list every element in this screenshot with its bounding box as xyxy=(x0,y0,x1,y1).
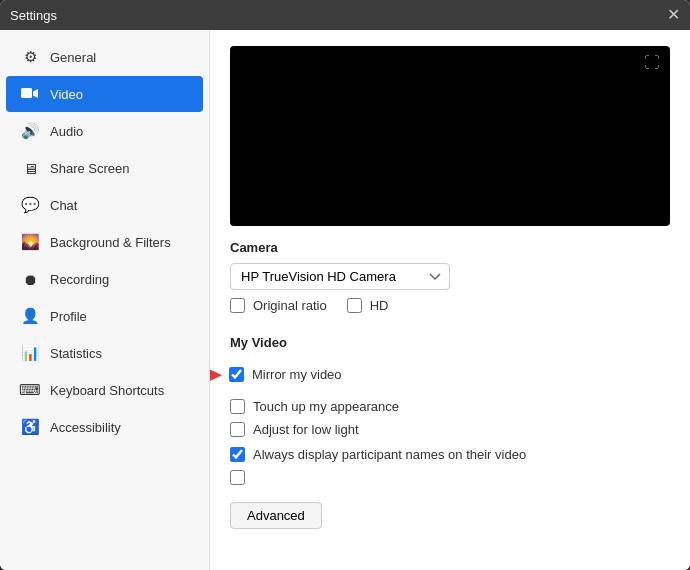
video-icon xyxy=(20,84,40,104)
sidebar-item-keyboard-shortcuts[interactable]: ⌨ Keyboard Shortcuts xyxy=(6,372,203,408)
mirror-my-video-checkbox[interactable] xyxy=(229,367,244,382)
mirror-video-row: ➤ Mirror my video xyxy=(230,358,670,391)
low-light-checkbox[interactable] xyxy=(230,422,245,437)
sidebar-label-share-screen: Share Screen xyxy=(50,161,130,176)
camera-dropdown[interactable]: HP TrueVision HD Camera xyxy=(230,263,450,290)
general-icon: ⚙ xyxy=(20,47,40,67)
low-light-row: Adjust for low light xyxy=(230,422,670,437)
chat-icon: 💬 xyxy=(20,195,40,215)
profile-icon: 👤 xyxy=(20,306,40,326)
sidebar-label-accessibility: Accessibility xyxy=(50,420,121,435)
always-display-label[interactable]: Always display participant names on thei… xyxy=(253,447,526,462)
keyboard-shortcuts-icon: ⌨ xyxy=(20,380,40,400)
statistics-icon: 📊 xyxy=(20,343,40,363)
sidebar: ⚙ General Video 🔊 Audio 🖥 xyxy=(0,30,210,570)
always-display-row: Always display participant names on thei… xyxy=(230,447,670,462)
accessibility-icon: ♿ xyxy=(20,417,40,437)
sidebar-item-accessibility[interactable]: ♿ Accessibility xyxy=(6,409,203,445)
touch-up-label[interactable]: Touch up my appearance xyxy=(253,399,399,414)
touch-up-checkbox[interactable] xyxy=(230,399,245,414)
hd-checkbox[interactable] xyxy=(347,298,362,313)
sidebar-label-background-filters: Background & Filters xyxy=(50,235,171,250)
extra-checkbox-placeholder xyxy=(230,470,670,488)
audio-icon: 🔊 xyxy=(20,121,40,141)
svg-rect-0 xyxy=(21,88,32,98)
sidebar-label-profile: Profile xyxy=(50,309,87,324)
sidebar-item-audio[interactable]: 🔊 Audio xyxy=(6,113,203,149)
fullscreen-icon[interactable]: ⛶ xyxy=(644,54,660,72)
titlebar: Settings ✕ xyxy=(0,0,690,30)
original-ratio-row: Original ratio xyxy=(230,298,327,313)
sidebar-label-audio: Audio xyxy=(50,124,83,139)
low-light-label[interactable]: Adjust for low light xyxy=(253,422,359,437)
main-content: ⛶ Camera HP TrueVision HD Camera Origina… xyxy=(210,30,690,570)
sidebar-item-share-screen[interactable]: 🖥 Share Screen xyxy=(6,150,203,186)
sidebar-item-video[interactable]: Video xyxy=(6,76,203,112)
content-area: ⚙ General Video 🔊 Audio 🖥 xyxy=(0,30,690,570)
titlebar-title: Settings xyxy=(10,8,57,23)
sidebar-label-video: Video xyxy=(50,87,83,102)
sidebar-item-chat[interactable]: 💬 Chat xyxy=(6,187,203,223)
sidebar-item-statistics[interactable]: 📊 Statistics xyxy=(6,335,203,371)
advanced-button[interactable]: Advanced xyxy=(230,502,322,529)
recording-icon: ⏺ xyxy=(20,269,40,289)
touch-up-row: Touch up my appearance xyxy=(230,399,670,414)
hd-label[interactable]: HD xyxy=(370,298,389,313)
always-display-section: Always display participant names on thei… xyxy=(230,447,670,488)
original-ratio-label[interactable]: Original ratio xyxy=(253,298,327,313)
camera-dropdown-row: HP TrueVision HD Camera xyxy=(230,263,670,290)
share-screen-icon: 🖥 xyxy=(20,158,40,178)
mirror-checkbox-row: Mirror my video xyxy=(229,367,342,382)
extra-checkbox[interactable] xyxy=(230,470,245,485)
background-filters-icon: 🌄 xyxy=(20,232,40,252)
sidebar-item-profile[interactable]: 👤 Profile xyxy=(6,298,203,334)
video-preview: ⛶ xyxy=(230,46,670,226)
sidebar-item-general[interactable]: ⚙ General xyxy=(6,39,203,75)
titlebar-label: Settings xyxy=(10,8,57,23)
original-ratio-checkbox[interactable] xyxy=(230,298,245,313)
camera-section-label: Camera xyxy=(230,240,670,255)
sidebar-item-recording[interactable]: ⏺ Recording xyxy=(6,261,203,297)
sidebar-label-general: General xyxy=(50,50,96,65)
sidebar-item-background-filters[interactable]: 🌄 Background & Filters xyxy=(6,224,203,260)
sidebar-label-recording: Recording xyxy=(50,272,109,287)
sidebar-label-keyboard-shortcuts: Keyboard Shortcuts xyxy=(50,383,164,398)
red-arrow-icon: ➤ xyxy=(210,358,223,391)
my-video-section: My Video ➤ Mirror my video Touch up my a… xyxy=(230,335,670,437)
mirror-my-video-label[interactable]: Mirror my video xyxy=(252,367,342,382)
camera-section: Camera HP TrueVision HD Camera Original … xyxy=(230,240,670,321)
settings-window: Settings ✕ ⚙ General Video xyxy=(0,0,690,570)
hd-row: HD xyxy=(347,298,389,313)
always-display-checkbox[interactable] xyxy=(230,447,245,462)
sidebar-label-chat: Chat xyxy=(50,198,77,213)
close-button[interactable]: ✕ xyxy=(666,8,680,22)
my-video-section-label: My Video xyxy=(230,335,670,350)
sidebar-label-statistics: Statistics xyxy=(50,346,102,361)
